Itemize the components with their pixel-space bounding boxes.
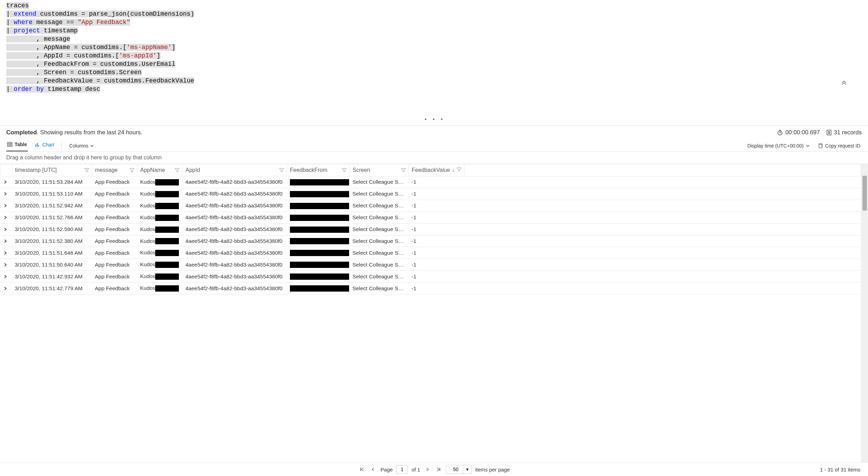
table-row[interactable]: 3/10/2020, 11:51:52.380 AMApp FeedbackKu… [0,235,861,247]
cell-appname: Kudos [137,259,183,271]
pager-first-button[interactable] [358,466,366,473]
cell-appid: 4aee54f2-f8fb-4a82-bbd3-aa34554380f0 [183,271,287,283]
cell-timestamp: 3/10/2020, 11:51:42.932 AM [12,271,92,283]
cell-spacer [465,259,861,271]
pager-size-input[interactable] [446,465,463,474]
expand-row-button[interactable] [0,235,12,247]
pager-page-input[interactable] [396,465,408,474]
cell-appname: Kudos [137,247,183,259]
table-row[interactable]: 3/10/2020, 11:51:52.942 AMApp FeedbackKu… [0,200,861,212]
status-text: Completed. Showing results from the last… [6,129,142,136]
expand-row-button[interactable] [0,212,12,223]
table-row[interactable]: 3/10/2020, 11:51:52.766 AMApp FeedbackKu… [0,212,861,223]
cell-appid: 4aee54f2-f8fb-4a82-bbd3-aa34554380f0 [183,188,287,200]
cell-appid: 4aee54f2-f8fb-4a82-bbd3-aa34554380f0 [183,212,287,223]
cell-appname: Kudos [137,235,183,247]
cell-feedbackvalue: -1 [409,200,465,212]
column-header-appid[interactable]: AppId [183,164,287,176]
expand-row-button[interactable] [0,247,12,259]
redacted-block [155,238,179,244]
expand-row-button[interactable] [0,176,12,188]
cell-feedbackfrom [287,235,350,247]
chart-tab[interactable]: Chart [34,141,55,151]
pager-next-button[interactable] [424,466,431,473]
results-table-scroll[interactable]: timestamp [UTC] message AppName AppId Fe… [0,164,861,462]
filter-icon[interactable] [457,167,461,172]
table-row[interactable]: 3/10/2020, 11:51:42.779 AMApp FeedbackKu… [0,283,861,294]
cell-feedbackvalue: -1 [409,235,465,247]
columns-button[interactable]: Columns [68,142,95,149]
cell-screen: Select Colleague Screen [350,176,409,188]
table-tab[interactable]: Table [6,140,28,151]
filter-icon[interactable] [129,168,134,173]
query-keyword-order: order by [14,86,44,93]
cell-screen: Select Colleague Screen [350,212,409,223]
query-text: message == [33,19,78,26]
filter-icon[interactable] [342,168,347,173]
vertical-scrollbar[interactable] [861,164,868,462]
group-by-drop-area[interactable]: Drag a column header and drop it here to… [0,152,868,164]
cell-feedbackvalue: -1 [409,259,465,271]
expand-row-button[interactable] [0,188,12,200]
cell-message: App Feedback [92,200,137,212]
cell-timestamp: 3/10/2020, 11:51:51.646 AM [12,247,92,259]
column-header-appname[interactable]: AppName [137,164,183,176]
cell-feedbackvalue: -1 [409,188,465,200]
chevron-down-icon [90,144,94,148]
cell-feedbackvalue: -1 [409,212,465,223]
table-row[interactable]: 3/10/2020, 11:51:42.932 AMApp FeedbackKu… [0,271,861,283]
table-row[interactable]: 3/10/2020, 11:51:53.110 AMApp FeedbackKu… [0,188,861,200]
expand-row-button[interactable] [0,200,12,212]
cell-timestamp: 3/10/2020, 11:51:52.380 AM [12,235,92,247]
pager-items-label: items per page [475,467,510,473]
display-time-dropdown[interactable]: Display time (UTC+00:00) [746,142,811,150]
resize-handle-icon[interactable]: • • • [424,116,444,124]
redacted-block [155,179,179,185]
cell-screen: Select Colleague Screen [350,188,409,200]
column-header-screen[interactable]: Screen [350,164,409,176]
cell-feedbackvalue: -1 [409,283,465,294]
filter-icon[interactable] [84,168,89,173]
cell-feedbackfrom [287,271,350,283]
table-row[interactable]: 3/10/2020, 11:51:53.284 AMApp FeedbackKu… [0,176,861,188]
scrollbar-thumb[interactable] [862,176,867,211]
pager-last-button[interactable] [435,466,442,473]
cell-feedbackfrom [287,212,350,223]
column-header-feedbackvalue[interactable]: FeedbackValue↓ [409,164,465,176]
pager-prev-button[interactable] [369,466,377,473]
pager-size-select[interactable]: ▾ [446,465,472,474]
query-text: ] [172,44,175,51]
query-editor[interactable]: traces | extend customdims = parse_json(… [0,0,868,126]
expand-row-button[interactable] [0,223,12,235]
cell-spacer [465,247,861,259]
table-row[interactable]: 3/10/2020, 11:51:50.640 AMApp FeedbackKu… [0,259,861,271]
chevron-down-icon[interactable]: ▾ [463,465,471,474]
cell-message: App Feedback [92,247,137,259]
filter-icon[interactable] [279,168,284,173]
cell-appid: 4aee54f2-f8fb-4a82-bbd3-aa34554380f0 [183,235,287,247]
expand-row-button[interactable] [0,271,12,283]
query-text: , Screen = customdims.Screen [6,69,142,76]
cell-feedbackvalue: -1 [409,176,465,188]
table-row[interactable]: 3/10/2020, 11:51:51.646 AMApp FeedbackKu… [0,247,861,259]
collapse-editor-icon[interactable] [841,63,864,102]
pager-page-label: Page [380,467,393,473]
column-header-message[interactable]: message [92,164,137,176]
cell-message: App Feedback [92,188,137,200]
record-count: 31 records [826,129,862,136]
cell-spacer [465,200,861,212]
filter-icon[interactable] [401,168,406,173]
filter-icon[interactable] [175,168,180,173]
redacted-block [155,191,179,197]
column-header-timestamp[interactable]: timestamp [UTC] [12,164,92,176]
column-header-feedbackfrom[interactable]: FeedbackFrom [287,164,350,176]
cell-feedbackfrom [287,176,350,188]
copy-icon [818,143,823,149]
table-row[interactable]: 3/10/2020, 11:51:52.590 AMApp FeedbackKu… [0,223,861,235]
copy-request-id-button[interactable]: Copy request ID [816,142,862,150]
expand-row-button[interactable] [0,259,12,271]
expand-row-button[interactable] [0,283,12,294]
cell-timestamp: 3/10/2020, 11:51:50.640 AM [12,259,92,271]
redacted-block [155,262,179,268]
column-header-spacer [465,164,861,176]
